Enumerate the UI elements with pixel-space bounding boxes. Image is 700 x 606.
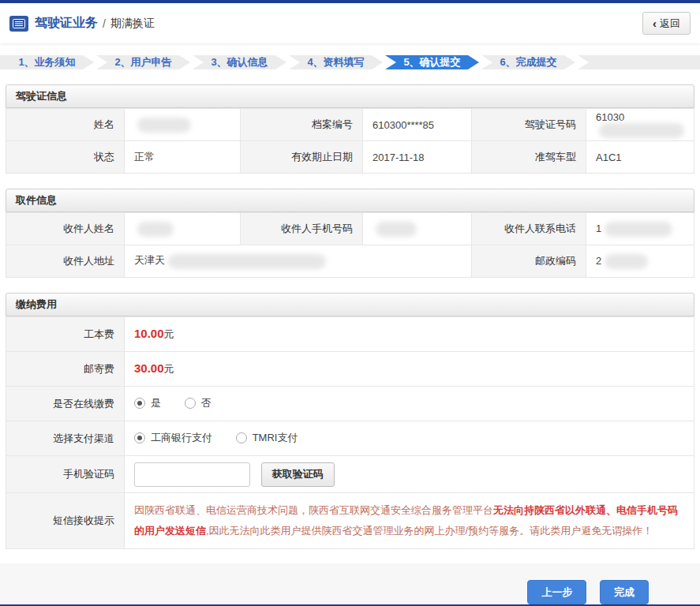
fee-amount: 30.00 <box>134 361 164 375</box>
step-tab-2[interactable]: 2、用户申告 <box>96 55 190 69</box>
label-cell: 状态 <box>6 141 125 174</box>
radio-icon <box>134 432 145 443</box>
cell-text: 610300****85 <box>372 119 434 131</box>
redacted-value <box>605 222 672 237</box>
sms-code-input[interactable] <box>134 462 250 487</box>
label-cell: 手机验证码 <box>6 456 125 493</box>
redacted-value <box>168 254 326 269</box>
radio-channel-icbc[interactable]: 工商银行支付 <box>134 431 212 445</box>
license-info-table: 姓名 档案编号 610300****85 驾驶证号码 61030 状态 正常 有… <box>6 108 694 174</box>
table-row: 短信接收提示 因陕西省联通、电信运营商技术问题，陕西省互联网交通安全综合服务管理… <box>6 493 694 549</box>
label-cell: 短信接收提示 <box>6 493 125 549</box>
section-title: 驾驶证信息 <box>6 84 694 108</box>
value-cell: 1 <box>586 213 694 245</box>
step-tab-4[interactable]: 4、资料填写 <box>289 55 383 69</box>
cell-text: A1C1 <box>596 152 622 163</box>
page-subtitle: 期满换证 <box>110 17 155 31</box>
step-tab-1[interactable]: 1、业务须知 <box>0 55 94 69</box>
section-title: 缴纳费用 <box>6 293 694 316</box>
label-cell: 姓名 <box>6 109 125 141</box>
radio-icon <box>134 398 145 409</box>
value-cell: 获取验证码 <box>125 456 694 493</box>
step-progress-bar: 1、业务须知 2、用户申告 3、确认信息 4、资料填写 5、确认提交 6、完成提… <box>0 55 700 69</box>
get-sms-code-button[interactable]: 获取验证码 <box>261 462 335 487</box>
page-title: 驾驶证业务 <box>35 15 98 32</box>
radio-label: 否 <box>201 396 211 410</box>
label-cell: 收件人姓名 <box>6 213 125 245</box>
label-cell: 准驾车型 <box>472 141 586 174</box>
value-cell: A1C1 <box>586 141 694 174</box>
payment-section: 缴纳费用 工本费 10.00元 邮寄费 30.00元 是否在线缴费 是 否 选择… <box>6 293 694 549</box>
breadcrumb-separator: / <box>103 17 106 30</box>
radio-label: TMRI支付 <box>253 431 298 445</box>
license-info-section: 驾驶证信息 姓名 档案编号 610300****85 驾驶证号码 61030 状… <box>6 84 694 174</box>
back-button[interactable]: ‹ 返回 <box>642 12 691 35</box>
radio-online-pay-no[interactable]: 否 <box>185 396 211 410</box>
table-row: 收件人姓名 收件人手机号码 收件人联系电话 1 <box>6 213 694 245</box>
radio-online-pay-yes[interactable]: 是 <box>134 396 161 410</box>
value-cell: 正常 <box>125 141 241 174</box>
back-button-label: 返回 <box>660 17 680 31</box>
fee-unit: 元 <box>164 328 174 340</box>
step-tab-5[interactable]: 5、确认提交 <box>385 55 479 69</box>
notice-part: ,因此无法向此类用户提供陕西省交通管理业务的网上办理/预约等服务。请此类用户避免… <box>206 525 653 537</box>
value-cell: 因陕西省联通、电信运营商技术问题，陕西省互联网交通安全综合服务管理平台无法向持陕… <box>125 493 694 549</box>
value-cell: 2017-11-18 <box>363 141 472 174</box>
step-label: 1、业务须知 <box>18 55 75 69</box>
label-cell: 有效期止日期 <box>241 141 363 174</box>
radio-channel-tmri[interactable]: TMRI支付 <box>236 431 298 445</box>
radio-label: 工商银行支付 <box>151 431 212 445</box>
license-business-icon <box>9 16 28 32</box>
pickup-info-section: 取件信息 收件人姓名 收件人手机号码 收件人联系电话 1 收件人地址 天津天 邮… <box>6 189 694 278</box>
radio-icon <box>236 432 247 443</box>
label-cell: 是否在线缴费 <box>6 387 125 421</box>
value-cell: 2 <box>586 245 694 278</box>
radio-icon <box>185 398 196 409</box>
value-cell: 61030 <box>586 109 694 141</box>
redacted-value <box>137 118 191 133</box>
value-cell: 是 否 <box>125 387 694 421</box>
previous-step-button[interactable]: 上一步 <box>527 580 586 604</box>
table-row: 选择支付渠道 工商银行支付 TMRI支付 <box>6 421 694 456</box>
table-row: 是否在线缴费 是 否 <box>6 387 694 421</box>
redacted-value <box>599 123 684 138</box>
section-title: 取件信息 <box>6 189 694 212</box>
label-cell: 档案编号 <box>241 109 363 141</box>
table-row: 收件人地址 天津天 邮政编码 2 <box>6 245 694 278</box>
table-row: 姓名 档案编号 610300****85 驾驶证号码 61030 <box>6 109 694 141</box>
value-cell: 30.00元 <box>125 352 694 387</box>
footer-actions: 上一步 完成 <box>0 563 700 604</box>
redacted-value <box>376 222 417 237</box>
fee-amount: 10.00 <box>134 327 164 340</box>
value-cell <box>125 213 241 245</box>
cell-text: 1 <box>596 222 601 234</box>
step-label: 4、资料填写 <box>307 55 364 69</box>
sms-notice-text: 因陕西省联通、电信运营商技术问题，陕西省互联网交通安全综合服务管理平台无法向持陕… <box>134 504 678 537</box>
chevron-left-icon: ‹ <box>653 17 657 29</box>
table-row: 工本费 10.00元 <box>6 317 694 352</box>
main-content: 驾驶证信息 姓名 档案编号 610300****85 驾驶证号码 61030 状… <box>0 69 700 549</box>
redacted-value <box>137 222 174 237</box>
value-cell: 天津天 <box>125 245 472 278</box>
step-tab-6[interactable]: 6、完成提交 <box>481 55 575 69</box>
step-tab-3[interactable]: 3、确认信息 <box>193 55 286 69</box>
fee-unit: 元 <box>164 363 174 375</box>
step-label: 2、用户申告 <box>114 55 171 69</box>
value-cell <box>125 109 241 141</box>
cell-text: 2 <box>596 254 601 266</box>
payment-table: 工本费 10.00元 邮寄费 30.00元 是否在线缴费 是 否 选择支付渠道 … <box>6 316 694 549</box>
finish-button[interactable]: 完成 <box>600 580 649 604</box>
step-label: 6、完成提交 <box>500 55 556 69</box>
label-cell: 工本费 <box>6 317 125 352</box>
radio-label: 是 <box>151 396 161 410</box>
label-cell: 邮寄费 <box>6 352 125 387</box>
label-cell: 收件人地址 <box>6 245 125 278</box>
redacted-value <box>605 254 648 269</box>
label-cell: 驾驶证号码 <box>472 109 586 141</box>
value-cell <box>363 213 472 245</box>
step-label: 5、确认提交 <box>403 55 460 69</box>
label-cell: 收件人手机号码 <box>241 213 363 245</box>
value-cell: 工商银行支付 TMRI支付 <box>125 421 694 456</box>
cell-text: 正常 <box>134 151 155 163</box>
cell-text: 天津天 <box>134 254 165 266</box>
